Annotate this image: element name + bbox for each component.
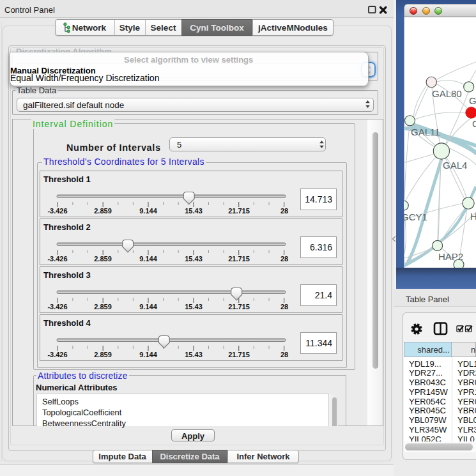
svg-text:GAL4: GAL4 [443, 160, 467, 171]
svg-text:C: C [472, 118, 476, 129]
svg-text:GCY1: GCY1 [404, 211, 427, 222]
svg-text:GAL80: GAL80 [432, 88, 462, 99]
svg-text:GAL11: GAL11 [411, 127, 440, 137]
svg-text:HAP2: HAP2 [438, 251, 463, 262]
svg-text:G.: G. [469, 95, 476, 106]
svg-text:H: H [470, 211, 476, 222]
